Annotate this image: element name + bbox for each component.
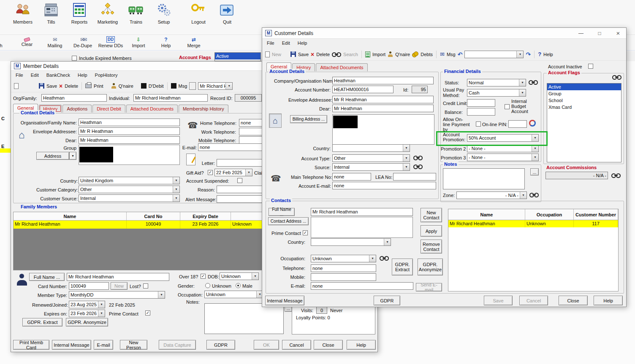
new-icon[interactable] bbox=[265, 51, 270, 57]
account-number-input[interactable]: HEATHM000016 bbox=[332, 86, 393, 93]
menu-edit[interactable]: Edit bbox=[278, 39, 294, 47]
help-icon[interactable]: ? bbox=[538, 51, 541, 57]
email-button[interactable]: E-mail bbox=[94, 340, 113, 350]
chevron-down-icon[interactable]: ▾ bbox=[252, 273, 258, 280]
chevron-down-icon[interactable]: ▾ bbox=[173, 177, 179, 184]
gender-unknown-radio[interactable] bbox=[205, 283, 210, 288]
org-family-input[interactable]: Heathman bbox=[41, 94, 107, 102]
address-dropdown-button[interactable]: ▾ bbox=[69, 152, 76, 160]
msg-icon[interactable] bbox=[171, 83, 176, 89]
save-label[interactable]: Save bbox=[46, 84, 57, 89]
qnaire-label[interactable]: Q'naire bbox=[119, 84, 133, 89]
gdpr-anonymize-button[interactable]: GDPR. Anonymize bbox=[66, 318, 108, 326]
reason-input[interactable] bbox=[217, 186, 262, 193]
allow-online-checkbox[interactable] bbox=[476, 121, 481, 127]
more-button[interactable] bbox=[189, 82, 196, 90]
save-label[interactable]: Save bbox=[298, 52, 309, 57]
debts-icon[interactable] bbox=[412, 51, 418, 57]
tab-direct-debit[interactable]: Direct Debit bbox=[92, 105, 125, 113]
apply-button[interactable]: Apply bbox=[421, 225, 442, 237]
gender-male-radio[interactable] bbox=[236, 283, 241, 288]
chevron-down-icon[interactable]: ▾ bbox=[173, 195, 179, 202]
chevron-down-icon[interactable]: ▾ bbox=[245, 169, 252, 176]
menu-file[interactable]: File bbox=[12, 71, 27, 79]
menu-help[interactable]: Help bbox=[74, 71, 91, 79]
contact-row[interactable]: Mr Richard Heathman Unknown 117 bbox=[448, 220, 618, 227]
column-header[interactable]: Name bbox=[14, 212, 127, 220]
full-name-button[interactable]: Full Name ... bbox=[29, 273, 65, 281]
debts-label[interactable]: Debts bbox=[421, 52, 433, 57]
contact-email-input[interactable]: none bbox=[311, 282, 413, 290]
chevron-down-icon[interactable]: ▾ bbox=[403, 155, 410, 162]
save-icon[interactable] bbox=[39, 83, 44, 89]
print-memb-card-button[interactable]: Print Memb Card bbox=[13, 340, 49, 350]
envelope-input[interactable]: Mr R Heathman bbox=[332, 96, 434, 103]
gift-aid-date-dropdown[interactable]: 22 Feb 2025▾ bbox=[214, 169, 252, 176]
close-button[interactable]: Close bbox=[314, 340, 343, 350]
letter-input[interactable] bbox=[217, 159, 262, 167]
chevron-down-icon[interactable]: ▾ bbox=[225, 83, 232, 89]
column-header[interactable]: Card No bbox=[127, 212, 180, 220]
chevron-down-icon[interactable]: ▾ bbox=[98, 301, 105, 308]
notes-textarea[interactable] bbox=[204, 303, 284, 334]
menu-help[interactable]: Help bbox=[294, 39, 311, 47]
account-promotion-dropdown[interactable]: 50% Account▾ bbox=[467, 134, 539, 142]
occupation-dropdown[interactable]: Unknown▾ bbox=[204, 291, 263, 298]
close-button[interactable]: Close bbox=[559, 296, 588, 305]
gdpr-button[interactable]: GDPR bbox=[374, 296, 400, 305]
promotion-3-dropdown[interactable]: - None -▾ bbox=[467, 154, 539, 161]
ok-button[interactable]: OK bbox=[254, 340, 279, 350]
msg-icon[interactable]: ✉ bbox=[440, 51, 445, 57]
column-header[interactable]: Name bbox=[448, 209, 525, 220]
account-flags-filter-list[interactable]: Active bbox=[214, 52, 261, 61]
toolbar-item-clear[interactable]: Clear bbox=[14, 36, 40, 47]
billing-address-button[interactable]: Billing Address ... bbox=[290, 115, 327, 123]
gift-aid-checkbox[interactable]: ✓ bbox=[208, 170, 213, 175]
ddebit-icon[interactable] bbox=[141, 83, 147, 89]
menu-file[interactable]: File bbox=[263, 39, 278, 47]
prime-contact-checkbox[interactable]: ✓ bbox=[303, 230, 308, 235]
refresh-icon[interactable] bbox=[529, 120, 536, 127]
tab-adoptions[interactable]: Adoptions bbox=[62, 105, 92, 113]
chevron-down-icon[interactable]: ▾ bbox=[158, 291, 165, 298]
dear-input[interactable]: Mr Heathman bbox=[332, 105, 434, 112]
zone-dropdown[interactable]: - N/A -▾ bbox=[456, 191, 527, 199]
save-button[interactable]: Save bbox=[484, 296, 513, 305]
menu-edit[interactable]: Edit bbox=[27, 71, 43, 79]
toolbar-item-members[interactable]: Members bbox=[9, 2, 36, 24]
record-search-combo[interactable]: ▾ bbox=[464, 51, 524, 58]
binoculars-icon[interactable] bbox=[529, 192, 539, 197]
dear-input[interactable]: Mr Heathman bbox=[79, 136, 180, 144]
new-icon[interactable] bbox=[14, 83, 19, 89]
chevron-down-icon[interactable]: ▾ bbox=[403, 164, 410, 170]
email-input[interactable]: none bbox=[198, 143, 262, 151]
toolbar-item-renewdds[interactable]: DD Renew DDs bbox=[98, 36, 124, 48]
account-type-dropdown[interactable]: Other▾ bbox=[332, 154, 410, 162]
msg-label[interactable]: Msg bbox=[447, 52, 456, 57]
online-pin-input[interactable] bbox=[508, 120, 527, 128]
data-capture-button[interactable]: Data Capture bbox=[159, 340, 196, 350]
flag-item-active[interactable]: Active bbox=[547, 84, 621, 90]
contact-country-dropdown[interactable]: ▾ bbox=[311, 238, 391, 246]
chevron-down-icon[interactable]: ▾ bbox=[520, 192, 526, 199]
contact-telephone-input[interactable]: none bbox=[311, 264, 376, 272]
tab-attached-documents[interactable]: Attached Documents bbox=[316, 63, 367, 71]
toolbar-item-help[interactable]: ? Help bbox=[153, 36, 179, 48]
contact-address-display[interactable] bbox=[311, 217, 413, 238]
over-18-checkbox[interactable]: ✓ bbox=[201, 274, 206, 279]
qnaire-icon[interactable] bbox=[388, 51, 393, 57]
member-type-dropdown[interactable]: MonthlyDD▾ bbox=[69, 291, 165, 299]
notes-ellipsis-button[interactable]: ... bbox=[530, 168, 539, 175]
internal-message-button[interactable]: Internal Message bbox=[265, 296, 304, 305]
help-button[interactable]: Help bbox=[347, 340, 376, 350]
credit-limit-input[interactable] bbox=[467, 99, 495, 107]
search-label[interactable]: Search bbox=[343, 52, 358, 57]
toolbar-item-reports[interactable]: Reports bbox=[66, 2, 93, 24]
contact-mobile-input[interactable] bbox=[311, 273, 376, 281]
qnaire-icon[interactable] bbox=[111, 83, 117, 89]
contact-occupation-dropdown[interactable]: Unknown▾ bbox=[311, 255, 376, 262]
flag-item-group[interactable]: Group bbox=[547, 90, 621, 97]
toolbar-item-logout[interactable]: Logout bbox=[185, 2, 212, 24]
toolbar-item-tills[interactable]: Tills bbox=[38, 2, 65, 24]
flag-item-school[interactable]: School bbox=[547, 97, 621, 104]
